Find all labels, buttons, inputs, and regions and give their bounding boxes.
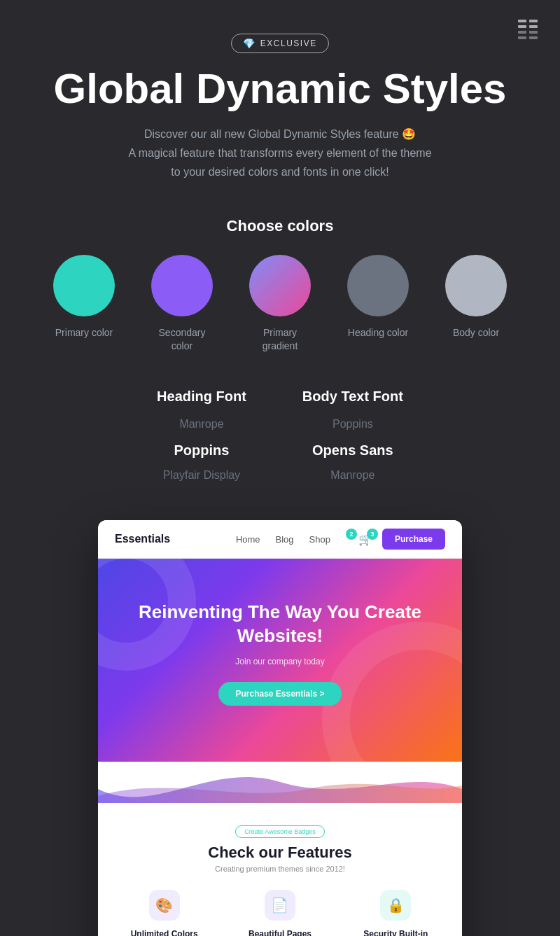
feature-name-pages: Beautiful Pages xyxy=(248,929,312,936)
subtitle-line1: Discover our all new Global Dynamic Styl… xyxy=(144,128,416,140)
heading-font-title: Heading Font xyxy=(157,389,246,405)
feature-name-security: Security Built-in xyxy=(363,929,428,936)
features-title: Check our Features xyxy=(112,844,448,862)
wishlist-badge: 2 xyxy=(346,529,357,540)
secondary-color-label: Secondary color xyxy=(147,326,217,354)
nav-link-blog[interactable]: Blog xyxy=(276,534,294,545)
primary-color-circle[interactable] xyxy=(53,255,115,316)
color-item-secondary[interactable]: Secondary color xyxy=(147,255,217,354)
preview-features-section: Create Awesome Badges Check our Features… xyxy=(98,803,462,936)
color-item-gradient[interactable]: Primary gradient xyxy=(245,255,315,354)
secondary-color-circle[interactable] xyxy=(151,255,213,316)
body-font-option-manrope[interactable]: Manrope xyxy=(330,466,374,486)
body-font-option-opensans[interactable]: Opens Sans xyxy=(312,438,393,463)
gradient-color-circle[interactable] xyxy=(249,255,311,316)
feature-card-colors: 🎨 Unlimited Colors Create stunning websi… xyxy=(112,890,216,936)
body-font-column: Body Text Font Poppins Opens Sans Manrop… xyxy=(302,389,403,486)
nav-link-shop[interactable]: Shop xyxy=(309,534,330,545)
diamond-icon: 💎 xyxy=(243,38,256,49)
unlimited-colors-icon: 🎨 xyxy=(149,890,180,921)
subtitle-line2: A magical feature that transforms every … xyxy=(128,147,431,159)
feature-name-colors: Unlimited Colors xyxy=(131,929,198,936)
preview-nav-icons: ♡ 2 🛒 3 xyxy=(342,533,372,546)
wishlist-icon-wrapper[interactable]: ♡ 2 xyxy=(342,533,351,546)
primary-color-label: Primary color xyxy=(55,326,113,340)
preview-navbar: Essentials Home Blog Shop ♡ 2 🛒 3 Purcha… xyxy=(98,520,462,559)
hero-cta-button[interactable]: Purchase Essentials > xyxy=(218,682,341,706)
hero-wave-svg xyxy=(98,761,462,803)
cart-badge: 3 xyxy=(367,529,378,540)
hero-title: Reinventing The Way You Create Websites! xyxy=(115,601,445,648)
choose-colors-section: Choose colors Primary color Secondary co… xyxy=(0,196,560,361)
heading-font-option-poppins[interactable]: Poppins xyxy=(174,438,230,463)
color-item-primary[interactable]: Primary color xyxy=(49,255,119,340)
preview-logo: Essentials xyxy=(115,533,170,545)
feature-card-security: 🔒 Security Built-in Create stunning webs… xyxy=(344,890,448,936)
preview-container: Essentials Home Blog Shop ♡ 2 🛒 3 Purcha… xyxy=(98,520,462,936)
page-title: Global Dynamic Styles xyxy=(42,66,518,112)
heading-font-option-manrope[interactable]: Manrope xyxy=(179,414,223,435)
body-color-circle[interactable] xyxy=(445,255,507,316)
heading-font-column: Heading Font Manrope Poppins Playfair Di… xyxy=(157,389,246,486)
security-icon: 🔒 xyxy=(380,890,411,921)
feature-card-pages: 📄 Beautiful Pages Create stunning websit… xyxy=(227,890,332,936)
beautiful-pages-icon: 📄 xyxy=(265,890,295,921)
features-badge: Create Awesome Badges xyxy=(235,825,324,838)
subtitle-line3: to your desired colors and fonts in one … xyxy=(171,166,388,178)
preview-hero: Reinventing The Way You Create Websites!… xyxy=(98,559,462,762)
color-item-body[interactable]: Body color xyxy=(441,255,511,340)
badge-text: EXCLUSIVE xyxy=(260,39,317,48)
features-subtitle: Creating premium themes since 2012! xyxy=(112,865,448,873)
preview-nav-links: Home Blog Shop xyxy=(236,534,330,545)
color-item-heading[interactable]: Heading color xyxy=(343,255,413,340)
cart-icon-wrapper[interactable]: 🛒 3 xyxy=(358,533,372,546)
choose-colors-title: Choose colors xyxy=(28,217,532,235)
body-color-label: Body color xyxy=(453,326,499,340)
color-circles-container: Primary color Secondary color Primary gr… xyxy=(28,255,532,354)
subtitle: Discover our all new Global Dynamic Styl… xyxy=(77,125,483,182)
header-section: 💎 EXCLUSIVE Global Dynamic Styles Discov… xyxy=(0,0,560,196)
features-grid: 🎨 Unlimited Colors Create stunning websi… xyxy=(112,890,448,936)
nav-link-home[interactable]: Home xyxy=(236,534,260,545)
gradient-color-label: Primary gradient xyxy=(245,326,315,354)
body-font-title: Body Text Font xyxy=(302,389,403,405)
body-font-option-poppins[interactable]: Poppins xyxy=(332,414,373,435)
fonts-section: Heading Font Manrope Poppins Playfair Di… xyxy=(0,361,560,507)
heading-color-circle[interactable] xyxy=(347,255,409,316)
hero-subtitle: Join our company today xyxy=(115,657,445,666)
preview-purchase-button[interactable]: Purchase xyxy=(382,529,445,550)
heading-color-label: Heading color xyxy=(348,326,408,340)
heading-font-option-playfair[interactable]: Playfair Display xyxy=(163,466,240,486)
exclusive-badge: 💎 EXCLUSIVE xyxy=(231,34,328,53)
